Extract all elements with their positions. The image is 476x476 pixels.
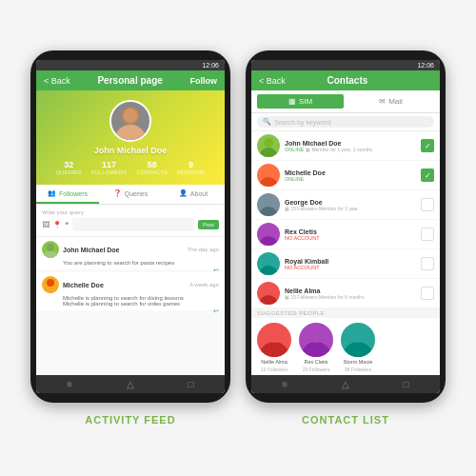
stat-queries-label: QUERIES: [56, 169, 82, 175]
contact-list: John Michael Doe ONLINE ▦ Member for 1 y…: [251, 131, 440, 375]
tab-about[interactable]: 👤 About: [162, 185, 225, 204]
suggested-label: SUGGESTED PEOPLE: [251, 308, 440, 318]
suggested-avatar-2: [299, 323, 333, 357]
suggested-followers-3: 38 Followers: [345, 367, 371, 372]
suggested-followers-2: 25 Followers: [303, 367, 329, 372]
suggested-followers-1: 12 Followers: [261, 367, 288, 372]
contact-avatar-3: [257, 193, 280, 216]
follow-button[interactable]: Follow: [190, 76, 218, 86]
svg-point-4: [47, 244, 54, 251]
contact-meta-3: ▦ 15 Followers Member for 1 year: [285, 206, 358, 211]
quote-icon[interactable]: ❝: [65, 221, 69, 229]
suggested-person-3[interactable]: Storm Macie 38 Followers: [341, 323, 375, 372]
contacts-header: < Back Contacts: [251, 70, 440, 90]
reply-icon-1[interactable]: ↩: [213, 267, 219, 274]
nav-back-right[interactable]: □: [404, 379, 409, 389]
feed-avatar-michelle: [42, 276, 59, 293]
profile-stats: 32 QUERIES 117 FOLLOWERS 58 CONTACTS 9: [56, 160, 206, 175]
location-icon[interactable]: 📍: [52, 221, 62, 229]
suggested-name-1: Nellie Alma: [261, 359, 288, 365]
feed-section: Write your query 🖼 📍 ❝ Post: [36, 205, 225, 375]
suggested-person-1[interactable]: Nellie Alma 12 Followers: [257, 323, 291, 372]
svg-point-23: [343, 342, 373, 357]
contact-info-5: Royal Kimball NO ACCOUNT: [285, 258, 416, 270]
svg-point-24: [350, 327, 366, 343]
app-container: 12:06 < Back Personal page Follow: [15, 35, 461, 441]
tab-bar-left: 👥 Followers ❓ Queries 👤 About: [36, 185, 225, 205]
svg-point-20: [267, 327, 282, 343]
nav-home-left[interactable]: △: [127, 379, 134, 389]
feed-item-2: Michelle Doe A week ago Michelle is plan…: [36, 272, 225, 310]
status-time-right: 12:06: [417, 62, 434, 69]
contact-status-6: ▦ 15 Followers Member for 6 months: [285, 294, 416, 300]
contact-name-4: Rex Cletis: [285, 228, 416, 235]
contact-item-2[interactable]: Michelle Doe ONLINE ✓: [251, 161, 440, 190]
contact-meta-1: ▦ Member for 1 year, 2 months: [306, 147, 372, 152]
feed-user-michelle: Michelle Doe: [63, 282, 186, 288]
contact-check-2[interactable]: ✓: [421, 169, 434, 182]
contact-check-5[interactable]: [421, 257, 434, 270]
svg-point-5: [43, 286, 58, 293]
svg-point-3: [43, 250, 58, 258]
svg-point-21: [301, 342, 331, 357]
tab-queries-label: Queries: [125, 190, 149, 197]
post-icons: 🖼 📍 ❝: [42, 221, 69, 229]
feed-time-1: The day ago: [188, 247, 219, 252]
tab-followers[interactable]: 👥 Followers: [36, 185, 99, 204]
suggested-person-2[interactable]: Rex Cletis 25 Followers: [299, 323, 333, 372]
suggested-avatar-1: [257, 323, 291, 357]
followers-icon: 👥: [48, 189, 56, 197]
left-phone-label: ACTIVITY FEED: [85, 414, 175, 426]
nav-menu-right[interactable]: ≡: [282, 379, 288, 389]
nav-menu-left[interactable]: ≡: [67, 379, 72, 389]
left-screen: 12:06 < Back Personal page Follow: [36, 60, 225, 393]
svg-point-0: [115, 125, 147, 140]
post-text-input[interactable]: [72, 218, 194, 231]
post-input-area: Write your query 🖼 📍 ❝ Post: [36, 205, 225, 237]
contact-avatar-2: [257, 164, 280, 187]
contact-item-5[interactable]: Royal Kimball NO ACCOUNT: [251, 249, 440, 279]
status-bar-right: 12:06: [251, 60, 440, 70]
tab-sim[interactable]: ▦ SIM: [257, 94, 344, 109]
contact-check-4[interactable]: [421, 228, 434, 241]
right-phone-label: CONTACT LIST: [302, 414, 389, 426]
back-button-right[interactable]: < Back: [259, 76, 286, 86]
contact-name-1: John Michael Doe: [285, 140, 416, 147]
sim-mail-tabs: ▦ SIM ✉ Mail: [251, 90, 440, 113]
post-button[interactable]: Post: [198, 220, 219, 229]
contact-item[interactable]: John Michael Doe ONLINE ▦ Member for 1 y…: [251, 131, 440, 161]
status-bar-left: 12:06: [36, 60, 225, 70]
search-input[interactable]: Search by keyword: [274, 119, 331, 126]
contact-name-3: George Doe: [285, 199, 416, 206]
tab-queries[interactable]: ❓ Queries: [99, 185, 162, 204]
reply-icon-2[interactable]: ↩: [213, 307, 219, 315]
svg-point-17: [259, 295, 278, 305]
avatar: [109, 100, 151, 142]
contact-info-4: Rex Cletis NO ACCOUNT: [285, 228, 416, 241]
image-icon[interactable]: 🖼: [42, 221, 50, 229]
contact-status-4: NO ACCOUNT: [285, 235, 416, 241]
contact-item-3[interactable]: George Doe ▦ 15 Followers Member for 1 y…: [251, 190, 440, 220]
suggested-avatar-3: [341, 323, 375, 357]
contact-item-6[interactable]: Nellie Alma ▦ 15 Followers Member for 6 …: [251, 279, 440, 308]
contact-status-1: ONLINE ▦ Member for 1 year, 2 months: [285, 147, 416, 152]
svg-point-16: [264, 256, 273, 266]
back-button-left[interactable]: < Back: [44, 76, 70, 86]
feed-avatar-john: [42, 241, 59, 258]
contact-check-3[interactable]: [421, 198, 434, 211]
status-time-left: 12:06: [202, 62, 219, 69]
contact-check-6[interactable]: [421, 287, 434, 300]
svg-point-18: [264, 286, 273, 295]
svg-point-19: [259, 342, 289, 357]
nav-home-right[interactable]: △: [342, 379, 349, 389]
sim-icon: ▦: [288, 97, 296, 106]
svg-point-22: [308, 327, 324, 343]
contact-info-6: Nellie Alma ▦ 15 Followers Member for 6 …: [285, 288, 416, 300]
svg-point-10: [264, 168, 273, 177]
nav-back-left[interactable]: □: [188, 379, 194, 389]
contact-item-4[interactable]: Rex Cletis NO ACCOUNT: [251, 220, 440, 249]
contact-check-1[interactable]: ✓: [421, 139, 434, 152]
tab-mail[interactable]: ✉ Mail: [347, 94, 434, 109]
feed-user-john: John Michael Doe: [63, 247, 184, 253]
stat-followers-number: 117: [102, 160, 116, 169]
